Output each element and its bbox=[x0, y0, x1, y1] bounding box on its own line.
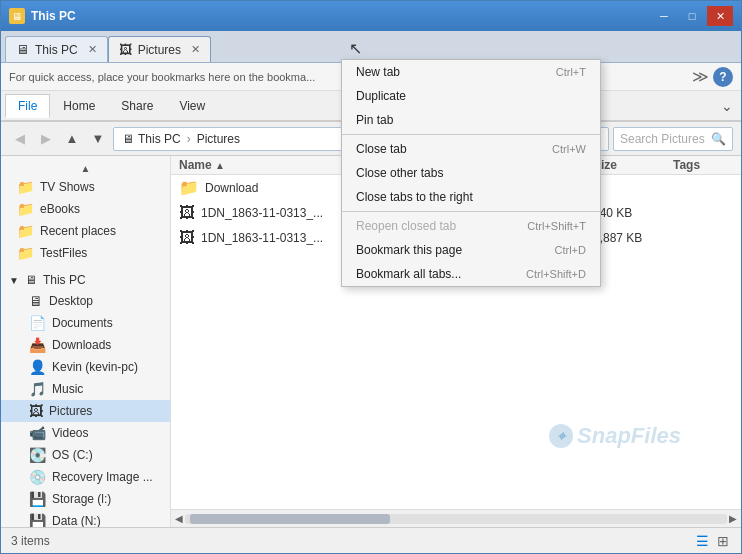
recovery-image-icon: 💿 bbox=[29, 469, 46, 485]
close-button[interactable]: ✕ bbox=[707, 6, 733, 26]
sidebar-item-music[interactable]: 🎵 Music bbox=[1, 378, 170, 400]
status-right: ☰ ⊞ bbox=[694, 531, 731, 551]
menu-duplicate[interactable]: Duplicate bbox=[342, 84, 600, 108]
sidebar-item-videos[interactable]: 📹 Videos bbox=[1, 422, 170, 444]
file-name-1dn-1: 1DN_1863-11-0313_... bbox=[201, 206, 353, 220]
sidebar-item-pictures[interactable]: 🖼 Pictures bbox=[1, 400, 170, 422]
tab-close-pictures[interactable]: ✕ bbox=[191, 43, 200, 56]
sidebar-item-data-label: Data (N:) bbox=[52, 514, 101, 527]
ribbon-expand-icon[interactable]: ⌄ bbox=[717, 96, 737, 116]
menu-bookmark-all-tabs[interactable]: Bookmark all tabs... Ctrl+Shift+D bbox=[342, 262, 600, 286]
recent-places-icon: 📁 bbox=[17, 223, 34, 239]
nav-recent-button[interactable]: ▼ bbox=[87, 128, 109, 150]
file-name-1dn-2: 1DN_1863-11-0313_... bbox=[201, 231, 353, 245]
nav-back-button[interactable]: ◀ bbox=[9, 128, 31, 150]
bookmarks-bar-text: For quick access, place your bookmarks h… bbox=[9, 71, 315, 83]
view-details-button[interactable]: ☰ bbox=[694, 531, 711, 551]
sidebar-item-storage[interactable]: 💾 Storage (l:) bbox=[1, 488, 170, 510]
sidebar-item-downloads[interactable]: 📥 Downloads bbox=[1, 334, 170, 356]
ebooks-icon: 📁 bbox=[17, 201, 34, 217]
sidebar-item-ebooks-label: eBooks bbox=[40, 202, 80, 216]
status-bar: 3 items ☰ ⊞ bbox=[1, 527, 741, 553]
scroll-right-arrow[interactable]: ▶ bbox=[727, 513, 739, 524]
ribbon-tab-share[interactable]: Share bbox=[108, 94, 166, 118]
sidebar-item-recent-places-label: Recent places bbox=[40, 224, 116, 238]
storage-icon: 💾 bbox=[29, 491, 46, 507]
tab-close-this-pc[interactable]: ✕ bbox=[88, 43, 97, 56]
menu-bookmark-all-tabs-label: Bookmark all tabs... bbox=[356, 267, 461, 281]
bookmark-expand-icon[interactable]: ≫ bbox=[692, 67, 709, 86]
tab-bar: 🖥 This PC ✕ 🖼 Pictures ✕ ↖ New tab Ctrl+… bbox=[1, 31, 741, 63]
this-pc-expand-icon: ▼ bbox=[9, 275, 19, 286]
menu-new-tab[interactable]: New tab Ctrl+T bbox=[342, 60, 600, 84]
sidebar-item-os-c-label: OS (C:) bbox=[52, 448, 93, 462]
sidebar-item-documents-label: Documents bbox=[52, 316, 113, 330]
tv-shows-icon: 📁 bbox=[17, 179, 34, 195]
sidebar-item-recent-places[interactable]: 📁 Recent places bbox=[1, 220, 170, 242]
watermark: ⌖ SnapFiles bbox=[549, 423, 681, 449]
sort-arrow: ▲ bbox=[215, 160, 225, 171]
nav-forward-button[interactable]: ▶ bbox=[35, 128, 57, 150]
status-text: 3 items bbox=[11, 534, 50, 548]
sidebar-this-pc-header[interactable]: ▼ 🖥 This PC bbox=[1, 270, 170, 290]
ribbon-tab-file[interactable]: File bbox=[5, 94, 50, 118]
sidebar-item-ebooks[interactable]: 📁 eBooks bbox=[1, 198, 170, 220]
file-size-1dn-1: 340 KB bbox=[593, 206, 673, 220]
sidebar-item-music-label: Music bbox=[52, 382, 83, 396]
menu-close-other-tabs[interactable]: Close other tabs bbox=[342, 161, 600, 185]
col-header-size[interactable]: Size bbox=[593, 158, 673, 172]
ribbon-tab-home-label: Home bbox=[63, 99, 95, 113]
downloads-icon: 📥 bbox=[29, 337, 46, 353]
menu-bookmark-page-shortcut: Ctrl+D bbox=[555, 244, 586, 256]
col-header-name[interactable]: Name ▲ bbox=[179, 158, 353, 172]
breadcrumb-part1: This PC bbox=[138, 132, 181, 146]
help-button[interactable]: ? bbox=[713, 67, 733, 87]
menu-close-tabs-right[interactable]: Close tabs to the right bbox=[342, 185, 600, 209]
sidebar-item-storage-label: Storage (l:) bbox=[52, 492, 111, 506]
tab-this-pc[interactable]: 🖥 This PC ✕ bbox=[5, 36, 108, 62]
this-pc-label: This PC bbox=[43, 273, 86, 287]
testfiles-icon: 📁 bbox=[17, 245, 34, 261]
sidebar-item-testfiles-label: TestFiles bbox=[40, 246, 87, 260]
nav-up-button[interactable]: ▲ bbox=[61, 128, 83, 150]
window-title: This PC bbox=[31, 9, 651, 23]
menu-new-tab-label: New tab bbox=[356, 65, 400, 79]
ribbon-tab-home[interactable]: Home bbox=[50, 94, 108, 118]
scroll-left-arrow[interactable]: ◀ bbox=[173, 513, 185, 524]
bottom-scrollbar: ◀ ▶ bbox=[171, 509, 741, 527]
menu-bookmark-page[interactable]: Bookmark this page Ctrl+D bbox=[342, 238, 600, 262]
sidebar-item-desktop[interactable]: 🖥 Desktop bbox=[1, 290, 170, 312]
sidebar-item-kevin[interactable]: 👤 Kevin (kevin-pc) bbox=[1, 356, 170, 378]
sidebar-item-documents[interactable]: 📄 Documents bbox=[1, 312, 170, 334]
menu-pin-tab[interactable]: Pin tab bbox=[342, 108, 600, 132]
ribbon-tab-view[interactable]: View bbox=[166, 94, 218, 118]
menu-reopen-closed-tab[interactable]: Reopen closed tab Ctrl+Shift+T bbox=[342, 214, 600, 238]
sidebar-item-os-c[interactable]: 💽 OS (C:) bbox=[1, 444, 170, 466]
sidebar-item-downloads-label: Downloads bbox=[52, 338, 111, 352]
tab-pictures[interactable]: 🖼 Pictures ✕ bbox=[108, 36, 211, 62]
maximize-button[interactable]: □ bbox=[679, 6, 705, 26]
watermark-logo-icon: ⌖ bbox=[557, 428, 565, 445]
ribbon-tab-view-label: View bbox=[179, 99, 205, 113]
col-tags-label: Tags bbox=[673, 158, 700, 172]
desktop-icon: 🖥 bbox=[29, 293, 43, 309]
sidebar-scroll-up[interactable]: ▲ bbox=[1, 160, 170, 176]
sidebar-item-recovery-image[interactable]: 💿 Recovery Image ... bbox=[1, 466, 170, 488]
breadcrumb-separator: › bbox=[187, 132, 191, 146]
col-header-tags[interactable]: Tags bbox=[673, 158, 733, 172]
app-icon: 🖥 bbox=[9, 8, 25, 24]
search-box[interactable]: Search Pictures 🔍 bbox=[613, 127, 733, 151]
sidebar-item-tv-shows[interactable]: 📁 TV Shows bbox=[1, 176, 170, 198]
sidebar-item-data[interactable]: 💾 Data (N:) bbox=[1, 510, 170, 527]
tab-icon-this-pc: 🖥 bbox=[16, 42, 29, 57]
minimize-button[interactable]: ─ bbox=[651, 6, 677, 26]
tab-label-pictures: Pictures bbox=[138, 43, 181, 57]
this-pc-icon: 🖥 bbox=[25, 273, 37, 287]
sidebar-item-testfiles[interactable]: 📁 TestFiles bbox=[1, 242, 170, 264]
menu-close-tab[interactable]: Close tab Ctrl+W bbox=[342, 137, 600, 161]
scroll-track[interactable] bbox=[185, 514, 727, 524]
view-tiles-button[interactable]: ⊞ bbox=[715, 531, 731, 551]
menu-duplicate-label: Duplicate bbox=[356, 89, 406, 103]
menu-close-tab-shortcut: Ctrl+W bbox=[552, 143, 586, 155]
pictures-icon: 🖼 bbox=[29, 403, 43, 419]
